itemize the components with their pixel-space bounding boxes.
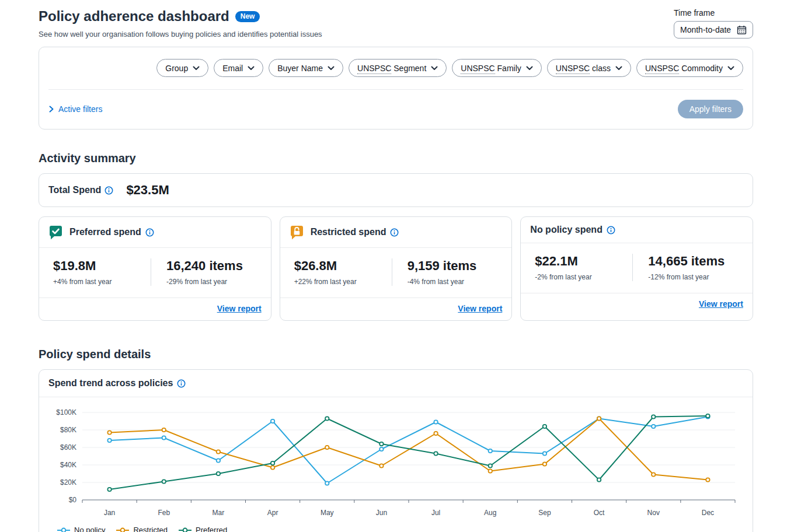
card-info-button[interactable] [145,228,154,237]
card-info-button[interactable] [390,228,399,237]
x-axis-tick-label: Oct [594,509,605,517]
items-value: 14,665 items [648,254,743,269]
legend-item-preferred[interactable]: Preferred [178,526,227,532]
data-point-preferred[interactable] [489,464,492,467]
x-axis-tick-label: Jan [104,509,115,517]
legend-item-no-policy[interactable]: No policy [57,526,105,532]
data-point-preferred[interactable] [379,442,383,446]
data-point-no-policy[interactable] [434,420,437,424]
card-title: Restricted spend [311,227,386,237]
policy-adherence-page: Policy adherence dashboard New See how w… [0,0,794,532]
data-point-preferred[interactable] [434,452,437,455]
chevron-down-icon [328,66,335,71]
total-spend-value: $23.5M [126,183,169,198]
info-icon [390,228,399,237]
card-title-wrap: Preferred spend [69,227,154,237]
data-point-restricted[interactable] [706,478,709,481]
data-point-no-policy[interactable] [271,419,274,423]
data-point-no-policy[interactable] [217,459,220,462]
filter-pill-email[interactable]: Email [214,59,263,77]
data-point-restricted[interactable] [543,462,546,466]
spend-stat: $19.8M +4% from last year [48,258,151,286]
total-spend-label-wrap: Total Spend [48,185,113,195]
data-point-preferred[interactable] [652,415,655,418]
filter-pill-group[interactable]: Group [156,59,208,77]
view-report-link[interactable]: View report [699,299,743,309]
spend-delta: -2% from last year [535,273,632,281]
page-header: Policy adherence dashboard New See how w… [39,8,753,38]
total-spend-info-button[interactable] [105,186,113,195]
data-point-restricted[interactable] [107,430,111,434]
data-point-restricted[interactable] [597,416,601,420]
data-point-no-policy[interactable] [489,449,492,453]
data-point-restricted[interactable] [489,469,492,473]
filter-pill-abbr: UNSPSC [556,64,590,74]
data-point-no-policy[interactable] [162,436,166,439]
data-point-restricted[interactable] [217,450,220,453]
info-icon [145,228,154,237]
new-badge: New [235,11,260,22]
filter-pill-abbr: UNSPSC [461,64,494,74]
data-point-restricted[interactable] [652,473,655,476]
data-point-restricted[interactable] [325,446,329,449]
filter-pill-unspsc-family[interactable]: UNSPSC Family [452,59,541,77]
restricted-open-lock-badge-icon [290,225,304,240]
preferred-check-badge-icon [48,225,63,240]
data-point-restricted[interactable] [271,466,274,469]
data-point-no-policy[interactable] [543,452,546,455]
legend-item-restricted[interactable]: Restricted [116,526,168,532]
spend-trend-card: Spend trend across policies $0$20K$40K$6… [39,369,753,532]
card-footer: View report [521,293,753,316]
data-point-preferred[interactable] [543,425,546,428]
x-axis-tick-label: Nov [647,509,660,517]
preferred-spend-card: Preferred spend $19.8M +4% from last yea… [39,216,271,321]
data-point-restricted[interactable] [379,464,383,467]
spend-stat: $26.8M +22% from last year [290,258,392,286]
legend-marker-icon [178,527,192,532]
data-point-no-policy[interactable] [652,425,655,428]
apply-filters-button[interactable]: Apply filters [678,100,743,118]
filter-pill-abbr: UNSPSC [645,64,679,74]
data-point-no-policy[interactable] [379,447,383,451]
filter-pill-label: UNSPSC class [556,64,611,73]
calendar-icon [737,25,747,35]
data-point-preferred[interactable] [107,488,111,491]
card-header: No policy spend [521,217,753,243]
view-report-link[interactable]: View report [217,304,262,313]
data-point-preferred[interactable] [162,480,166,483]
items-stat: 16,240 items -29% from last year [151,258,262,286]
data-point-preferred[interactable] [597,478,601,481]
card-header: Restricted spend [280,217,512,248]
data-point-restricted[interactable] [434,432,437,435]
y-axis-tick-label: $100K [56,408,76,416]
chevron-right-icon [48,106,54,113]
filter-pill-label: UNSPSC Commodity [645,64,723,73]
chevron-down-icon [727,66,734,71]
filter-bottom-row: Active filters Apply filters [48,100,743,118]
data-point-preferred[interactable] [271,461,274,465]
data-point-no-policy[interactable] [107,439,111,442]
page-title: Policy adherence dashboard New [39,8,322,24]
data-point-preferred[interactable] [325,416,329,420]
data-point-restricted[interactable] [162,428,166,432]
active-filters-expander[interactable]: Active filters [48,104,102,114]
filter-pill-buyer-name[interactable]: Buyer Name [269,59,343,77]
filter-pill-unspsc-segment[interactable]: UNSPSC Segment [349,59,447,77]
x-axis-tick-label: Feb [158,509,170,517]
data-point-preferred[interactable] [217,472,220,475]
card-body: $19.8M +4% from last year 16,240 items -… [39,248,271,298]
card-info-button[interactable] [607,226,615,235]
card-title-wrap: No policy spend [530,225,615,235]
chevron-down-icon [193,66,200,71]
view-report-link[interactable]: View report [458,304,502,313]
time-frame-value: Month-to-date [680,25,731,34]
filter-pill-unspsc-class[interactable]: UNSPSC class [547,59,631,77]
chart-info-button[interactable] [177,379,186,388]
card-title: No policy spend [530,225,603,235]
spend-trend-line-chart: $0$20K$40K$60K$80K$100KJanFebMarAprMayJu… [48,405,743,520]
filter-pill-unspsc-commodity[interactable]: UNSPSC Commodity [636,59,743,77]
y-axis-tick-label: $0 [69,496,77,504]
data-point-preferred[interactable] [706,414,709,418]
time-frame-select[interactable]: Month-to-date [674,21,753,38]
data-point-no-policy[interactable] [325,481,329,485]
